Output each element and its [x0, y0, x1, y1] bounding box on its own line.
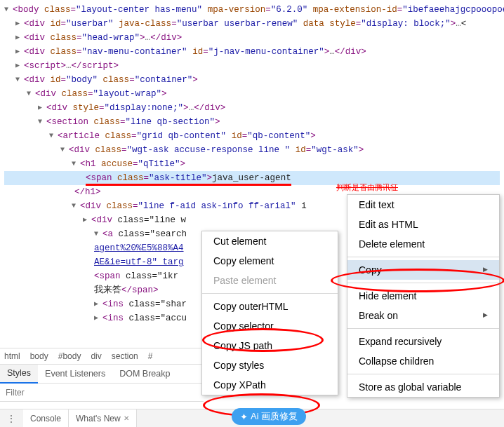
arrow-down-icon[interactable]: ▼: [72, 201, 79, 212]
arrow-down-icon[interactable]: ▼: [4, 4, 12, 15]
node-linew[interactable]: <div class="line w: [91, 215, 186, 225]
tab-whats-new[interactable]: What's New✕: [69, 409, 137, 427]
node-a-search[interactable]: <a class="search: [102, 229, 187, 239]
menu-expand-recursively[interactable]: Expand recursively: [347, 332, 499, 351]
link-text-1[interactable]: agent%20%E5%88%A4: [94, 243, 184, 253]
menu-paste-element: Paste element: [202, 271, 338, 290]
crumb-body-id[interactable]: #body: [58, 351, 81, 361]
arrow-right-icon[interactable]: ▶: [38, 102, 46, 114]
arrow-right-icon[interactable]: ▶: [15, 60, 23, 72]
tab-event-listeners[interactable]: Event Listeners: [38, 365, 112, 384]
arrow-right-icon[interactable]: ▶: [94, 313, 102, 324]
arrow-right-icon[interactable]: ▶: [15, 46, 23, 57]
node-script[interactable]: <script>…</script>: [24, 61, 119, 71]
truncated-text-annotation: 判断是否由腾讯征: [336, 182, 463, 192]
node-ikr[interactable]: <span class="ikr: [94, 271, 178, 281]
crumb-div[interactable]: div: [91, 351, 101, 361]
arrow-down-icon[interactable]: ▼: [38, 116, 46, 128]
node-layout-wrap[interactable]: <div class="layout-wrap">: [35, 89, 167, 99]
menu-separator: [347, 374, 499, 374]
arrow-right-icon[interactable]: ▶: [83, 215, 91, 226]
ai-badge[interactable]: ✦ Ai 画质修复: [232, 408, 306, 425]
node-ins1[interactable]: <ins class="shar: [102, 299, 187, 309]
drawer-menu-icon[interactable]: ⋮: [0, 414, 23, 423]
h1-close: </h1>: [74, 187, 101, 197]
menu-hide-element[interactable]: Hide element: [347, 286, 499, 306]
node-section[interactable]: <section class="line qb-section">: [46, 117, 220, 127]
menu-copy[interactable]: Copy: [347, 260, 499, 280]
menu-copy-styles[interactable]: Copy styles: [202, 355, 338, 375]
sidebar-tabs[interactable]: Styles Event Listeners DOM Breakp: [0, 365, 204, 384]
tab-console[interactable]: Console: [23, 409, 69, 427]
styles-filter-bar[interactable]: [0, 384, 204, 402]
breadcrumb[interactable]: html body #body div section #: [0, 348, 204, 365]
span-open: <span class="ask-title">: [86, 173, 212, 183]
copy-submenu[interactable]: Cut element Copy element Paste element C…: [201, 231, 338, 395]
node-body[interactable]: <body class="layout-center has-menu" mpa…: [13, 5, 504, 15]
arrow-down-icon[interactable]: ▼: [27, 88, 34, 100]
tab-dom-breakpoints[interactable]: DOM Breakp: [112, 365, 177, 384]
node-wgt-ask[interactable]: <div class="wgt-ask accuse-response line…: [69, 145, 364, 155]
close-icon[interactable]: ✕: [124, 414, 129, 422]
node-article[interactable]: <article class="grid qb-content" id="qb-…: [58, 131, 316, 141]
crumb-html[interactable]: html: [4, 351, 20, 361]
arrow-down-icon[interactable]: ▼: [15, 74, 23, 86]
arrow-right-icon[interactable]: ▶: [15, 18, 23, 29]
menu-collapse-children[interactable]: Collapse children: [347, 351, 499, 371]
ikr-text: 我来答</span>: [94, 285, 159, 295]
span-text: java_user-agent: [212, 173, 291, 183]
menu-copy-element[interactable]: Copy element: [202, 251, 338, 271]
node-navmenu[interactable]: <div class="nav-menu-container" id="j-na…: [24, 47, 366, 57]
node-h1[interactable]: <h1 accuse="qTitle">: [80, 159, 185, 169]
arrow-right-icon[interactable]: ▶: [94, 299, 102, 310]
node-faid[interactable]: <div class="line f-aid ask-info ff-arial…: [80, 201, 307, 211]
menu-separator: [347, 283, 499, 283]
node-body-div[interactable]: <div id="body" class="container">: [24, 75, 198, 85]
menu-copy-xpath[interactable]: Copy XPath: [202, 375, 338, 395]
node-display-none[interactable]: <div style="display:none;">…</div>: [46, 103, 225, 113]
node-userbar[interactable]: <div id="userbar" java-class="userbar us…: [24, 19, 466, 29]
arrow-right-icon[interactable]: ▶: [15, 32, 23, 43]
menu-copy-js-path[interactable]: Copy JS path: [202, 336, 338, 355]
tab-styles[interactable]: Styles: [0, 365, 38, 384]
menu-separator: [347, 257, 499, 257]
menu-store-global[interactable]: Store as global variable: [347, 377, 499, 397]
arrow-down-icon[interactable]: ▼: [72, 158, 79, 170]
arrow-down-icon[interactable]: ▼: [49, 130, 57, 142]
menu-copy-selector[interactable]: Copy selector: [202, 316, 338, 336]
menu-edit-text[interactable]: Edit text: [347, 195, 499, 215]
crumb-more[interactable]: #: [148, 351, 153, 361]
menu-edit-as-html[interactable]: Edit as HTML: [347, 215, 499, 234]
styles-filter-input[interactable]: [0, 384, 204, 401]
menu-separator: [347, 328, 499, 329]
arrow-down-icon[interactable]: ▼: [94, 229, 102, 240]
node-ins2[interactable]: <ins class="accu: [102, 313, 187, 323]
node-context-menu[interactable]: Edit text Edit as HTML Delete element Co…: [347, 194, 500, 398]
ai-icon: ✦: [240, 412, 248, 422]
link-text-2[interactable]: AE&ie=utf-8" targ: [94, 257, 184, 267]
menu-cut-element[interactable]: Cut element: [202, 231, 338, 251]
menu-separator: [202, 293, 338, 294]
node-headwrap[interactable]: <div class="head-wrap">…</div>: [24, 33, 182, 43]
menu-copy-outerhtml[interactable]: Copy outerHTML: [202, 297, 338, 316]
crumb-body[interactable]: body: [30, 351, 48, 361]
menu-delete-element[interactable]: Delete element: [347, 234, 499, 254]
menu-break-on[interactable]: Break on: [347, 306, 499, 325]
crumb-section[interactable]: section: [112, 351, 138, 361]
arrow-down-icon[interactable]: ▼: [60, 144, 68, 156]
